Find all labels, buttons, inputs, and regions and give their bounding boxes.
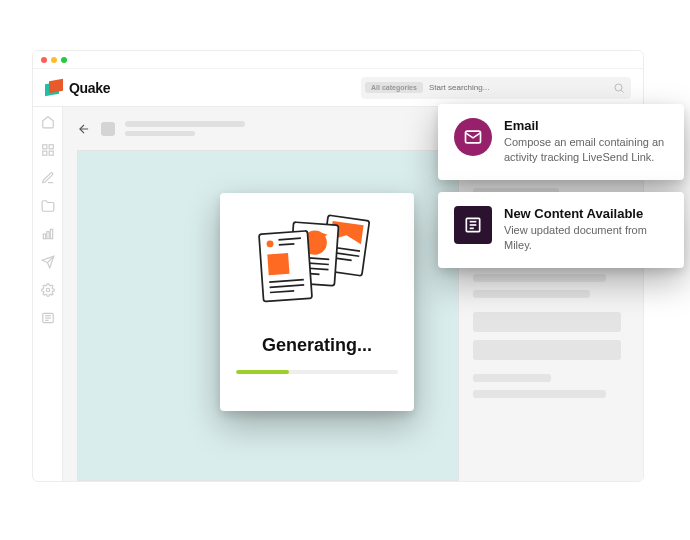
toast-new-content[interactable]: New Content Available View updated docum… bbox=[438, 192, 684, 268]
document-icon bbox=[454, 206, 492, 244]
svg-line-30 bbox=[279, 244, 295, 245]
svg-point-11 bbox=[46, 288, 50, 292]
toast-title: New Content Available bbox=[504, 206, 668, 221]
top-bar: Quake All categories bbox=[33, 69, 643, 107]
send-icon[interactable] bbox=[41, 255, 55, 269]
svg-rect-5 bbox=[42, 151, 46, 155]
skeleton-title bbox=[125, 121, 245, 127]
brand-logo-icon bbox=[45, 79, 63, 97]
settings-icon[interactable] bbox=[41, 283, 55, 297]
skeleton-block bbox=[473, 312, 629, 360]
chart-icon[interactable] bbox=[41, 227, 55, 241]
svg-point-0 bbox=[615, 84, 622, 91]
progress-fill bbox=[236, 370, 289, 374]
home-icon[interactable] bbox=[41, 115, 55, 129]
envelope-icon bbox=[454, 118, 492, 156]
skeleton-subtitle bbox=[125, 131, 195, 136]
toast-body: View updated document from Miley. bbox=[504, 223, 668, 254]
generating-label: Generating... bbox=[262, 335, 372, 356]
search-pill[interactable]: All categories bbox=[361, 77, 631, 99]
generating-card: Generating... bbox=[220, 193, 414, 411]
toast-text: Email Compose an email containing an act… bbox=[504, 118, 668, 166]
svg-rect-7 bbox=[46, 232, 48, 239]
search-wrap: All categories bbox=[361, 77, 631, 99]
window-chrome bbox=[33, 51, 643, 69]
toast-title: Email bbox=[504, 118, 668, 133]
search-icon bbox=[613, 82, 625, 94]
back-arrow-icon[interactable] bbox=[77, 122, 91, 136]
window-zoom-dot[interactable] bbox=[61, 57, 67, 63]
svg-rect-4 bbox=[49, 151, 53, 155]
documents-stack-icon bbox=[252, 209, 382, 327]
toast-body: Compose an email containing an activity … bbox=[504, 135, 668, 166]
toast-email[interactable]: Email Compose an email containing an act… bbox=[438, 104, 684, 180]
search-input[interactable] bbox=[429, 83, 607, 92]
progress-bar bbox=[236, 370, 398, 374]
window-close-dot[interactable] bbox=[41, 57, 47, 63]
svg-rect-3 bbox=[49, 145, 53, 149]
news-icon[interactable] bbox=[41, 311, 55, 325]
folder-icon[interactable] bbox=[41, 199, 55, 213]
svg-rect-8 bbox=[50, 229, 52, 238]
skeleton-block bbox=[473, 374, 629, 398]
grid-icon[interactable] bbox=[41, 143, 55, 157]
toast-text: New Content Available View updated docum… bbox=[504, 206, 668, 254]
side-rail bbox=[33, 107, 63, 481]
skeleton-thumb bbox=[101, 122, 115, 136]
window-minimize-dot[interactable] bbox=[51, 57, 57, 63]
svg-rect-2 bbox=[42, 145, 46, 149]
search-category-tag[interactable]: All categories bbox=[365, 82, 423, 93]
svg-rect-6 bbox=[43, 234, 45, 239]
brand[interactable]: Quake bbox=[45, 79, 110, 97]
svg-rect-31 bbox=[267, 253, 289, 275]
edit-icon[interactable] bbox=[41, 171, 55, 185]
svg-line-1 bbox=[621, 90, 623, 92]
brand-name: Quake bbox=[69, 80, 110, 96]
